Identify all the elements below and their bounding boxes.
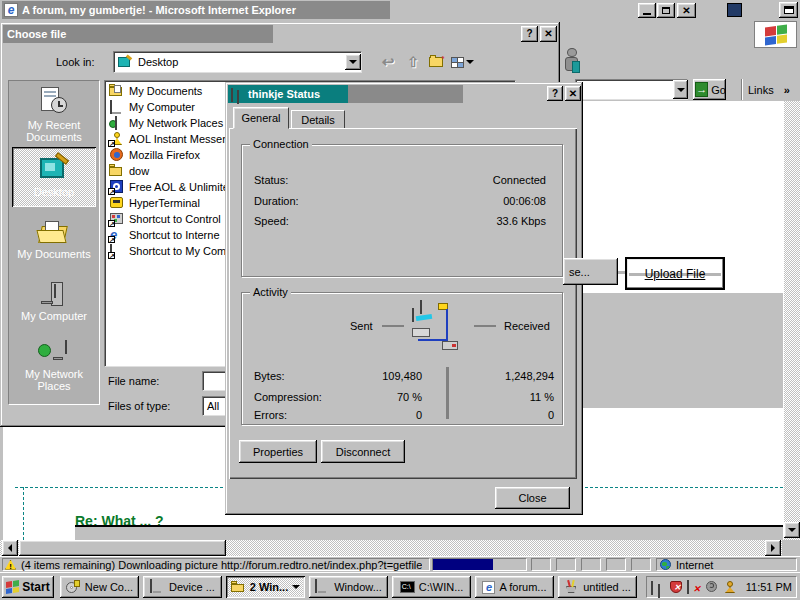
- recent-documents-icon: [37, 87, 71, 119]
- tab-details[interactable]: Details: [291, 110, 345, 129]
- look-in-combobox[interactable]: Desktop: [113, 51, 362, 73]
- back-icon: ↩: [382, 53, 395, 71]
- place-my-recent-documents[interactable]: My Recent Documents: [12, 85, 96, 145]
- files-of-type-label: Files of type:: [108, 400, 170, 412]
- folder-icon: [109, 164, 125, 178]
- task-button-device[interactable]: Device ...: [143, 576, 222, 598]
- tray-scheduler-icon[interactable]: [705, 580, 720, 594]
- bytes-received: 1,248,294: [474, 370, 554, 382]
- internet-shortcut-icon: e↗: [109, 228, 125, 242]
- system-tray: ✕ ✕ 11:51 PM: [646, 576, 797, 598]
- place-my-documents[interactable]: My Documents: [12, 209, 96, 269]
- minimize-button[interactable]: [638, 3, 656, 18]
- task-button-window[interactable]: Window...: [309, 576, 388, 598]
- compression-received: 11 %: [474, 391, 554, 403]
- place-label: My Computer: [21, 310, 87, 322]
- place-my-network-places[interactable]: My Network Places: [12, 335, 96, 395]
- tray-shield-icon[interactable]: ✕: [669, 580, 684, 594]
- browse-button-clipped[interactable]: se...: [563, 258, 618, 285]
- ie-app-icon: e: [4, 3, 18, 17]
- upload-file-label: Upload File: [645, 267, 706, 281]
- received-dash: [474, 325, 496, 327]
- tray-dialup-icon[interactable]: [651, 580, 666, 594]
- task-button-cwin[interactable]: C:\ C:\WIN...: [392, 576, 471, 598]
- restore-button[interactable]: [657, 3, 675, 18]
- security-zone-pane: Internet: [656, 558, 797, 571]
- task-button-a-forum[interactable]: e A forum...: [475, 576, 554, 598]
- dialup-help-button[interactable]: ?: [547, 86, 563, 101]
- tab-general[interactable]: General: [233, 107, 289, 129]
- status-pane-5: [631, 558, 651, 571]
- choose-file-title-bar[interactable]: Choose file ? ✕: [3, 25, 557, 43]
- aim-shortcut-icon: ↗: [109, 132, 125, 146]
- tab-page: Connection Status: Connected Duration: 0…: [229, 128, 577, 479]
- windows-flag-throbber: [754, 21, 797, 48]
- choose-file-close-button[interactable]: ✕: [540, 26, 557, 42]
- aol-shortcut-icon: ↗: [109, 180, 125, 194]
- up-folder-icon: ⇧: [407, 54, 419, 70]
- address-dropdown-button[interactable]: [673, 80, 688, 99]
- look-in-label: Look in:: [56, 56, 95, 68]
- place-label: My Documents: [17, 248, 90, 260]
- errors-received: 0: [474, 409, 554, 421]
- places-bar: My Recent Documents Desktop My Documents…: [8, 80, 100, 405]
- properties-button[interactable]: Properties: [239, 440, 317, 463]
- hyperterminal-icon: [109, 196, 125, 210]
- status-pane-3: [581, 558, 601, 571]
- desktop-screen: e A forum, my gumbertje! - Microsoft Int…: [0, 0, 800, 600]
- back-button[interactable]: ↩: [378, 51, 398, 73]
- tray-clock[interactable]: 11:51 PM: [746, 581, 792, 593]
- start-button[interactable]: Start: [2, 576, 54, 598]
- task-button-2-win-group[interactable]: 2 Win...: [226, 576, 305, 598]
- console-icon: C:\: [400, 581, 415, 593]
- connection-legend: Connection: [250, 138, 312, 150]
- download-progress-bar: [432, 558, 527, 571]
- horizontal-scrollbar[interactable]: [0, 540, 784, 556]
- place-label: Desktop: [34, 186, 74, 198]
- close-button-dialog[interactable]: Close: [495, 487, 570, 509]
- scroll-right-button[interactable]: [765, 540, 781, 556]
- ie-toolbar-region: → Go Links »: [557, 20, 800, 101]
- globe-icon: [660, 559, 671, 570]
- choose-file-help-button[interactable]: ?: [521, 26, 538, 42]
- view-menu-button[interactable]: [448, 51, 476, 73]
- page-figure-artifact-icon: [563, 48, 581, 76]
- arrow-left-icon: [8, 544, 12, 552]
- control-panel-shortcut-icon: ↗: [109, 212, 125, 226]
- links-toolbar[interactable]: Links »: [748, 79, 790, 100]
- look-in-dropdown-button[interactable]: [345, 54, 361, 70]
- file-name-label: File name:: [108, 375, 159, 387]
- computer-icon: [109, 100, 125, 114]
- tray-aol-icon[interactable]: [723, 580, 738, 594]
- connection-group: Connection Status: Connected Duration: 0…: [241, 144, 563, 277]
- scroll-left-button[interactable]: [2, 540, 18, 556]
- horizontal-scroll-thumb[interactable]: [19, 540, 226, 556]
- dialup-title-bar[interactable]: thinkje Status ? ✕: [228, 85, 580, 103]
- status-value: Connected: [493, 174, 546, 186]
- place-my-computer[interactable]: My Computer: [12, 271, 96, 331]
- dialup-close-x-button[interactable]: ✕: [565, 86, 581, 101]
- address-input[interactable]: [575, 79, 688, 100]
- tray-network-offline-icon[interactable]: ✕: [687, 580, 702, 594]
- close-button[interactable]: ✕: [677, 3, 696, 18]
- task-button-untitled[interactable]: untitled ...: [558, 576, 637, 598]
- go-button[interactable]: → Go: [693, 79, 726, 100]
- zone-label: Internet: [676, 559, 713, 571]
- compression-label: Compression:: [254, 391, 322, 403]
- selection-rect-left: [23, 487, 24, 540]
- vertical-scrollbar[interactable]: [784, 101, 800, 540]
- close-label: Close: [518, 492, 546, 504]
- place-desktop[interactable]: Desktop: [12, 147, 96, 207]
- task-button-new-co[interactable]: New Co...: [60, 576, 139, 598]
- ie-status-bar: ! (4 items remaining) Downloading pictur…: [0, 556, 800, 572]
- upload-file-button[interactable]: Upload File: [625, 257, 725, 290]
- scroll-down-button[interactable]: [784, 522, 800, 538]
- disconnect-label: Disconnect: [336, 446, 390, 458]
- duration-label: Duration:: [254, 195, 299, 207]
- status-pane-4: [606, 558, 626, 571]
- up-folder-button[interactable]: ⇧: [403, 51, 423, 73]
- new-folder-button[interactable]: *: [426, 51, 446, 73]
- toolbar-separator: [741, 79, 743, 100]
- bytes-sent: 109,480: [342, 370, 422, 382]
- disconnect-button[interactable]: Disconnect: [321, 440, 405, 463]
